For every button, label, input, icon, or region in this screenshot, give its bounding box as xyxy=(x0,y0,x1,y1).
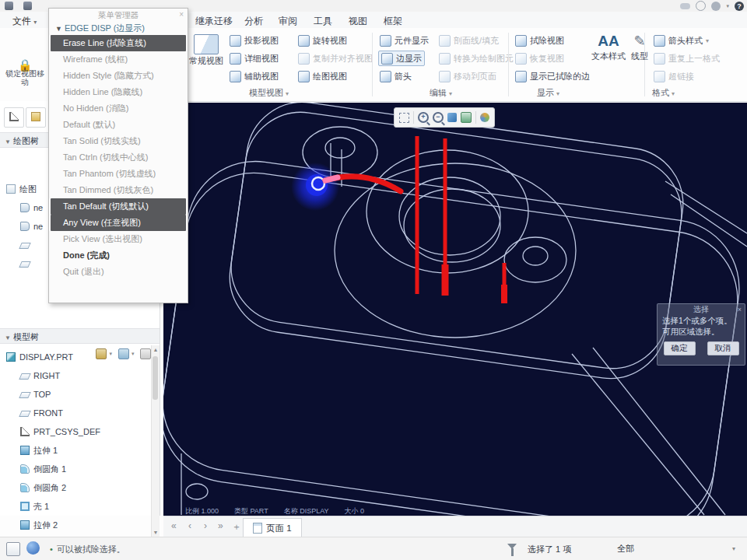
quick-access-new-icon[interactable] xyxy=(5,2,13,10)
model-tree-item-round-1[interactable]: 倒圆角 1 xyxy=(0,460,160,478)
format-group-label[interactable]: 格式 ▾ xyxy=(652,87,675,99)
repaint-icon[interactable] xyxy=(461,112,472,123)
model-tree-item-top[interactable]: TOP xyxy=(0,386,160,403)
revolved-view-button[interactable]: 旋转视图 xyxy=(298,33,347,47)
help-icon[interactable]: ? xyxy=(735,2,744,11)
datum-plane-icon xyxy=(19,411,31,417)
edit-group-label[interactable]: 编辑 ▾ xyxy=(430,87,452,99)
model-views-group-label[interactable]: 模型视图 ▾ xyxy=(249,87,289,99)
model-tree-item-front[interactable]: FRONT xyxy=(0,404,160,422)
arrow-style-button[interactable]: 箭头样式▾ xyxy=(654,33,709,47)
menu-manager-window: 菜单管理器× ▼EDGE DISP (边显示) Erase Line (拭除直线… xyxy=(48,8,188,303)
model-tree-item-round-2[interactable]: 倒圆角 2 xyxy=(0,479,160,496)
zoom-in-icon[interactable]: + xyxy=(418,112,429,123)
datum-plane-icon xyxy=(19,392,31,398)
folder-tab-icon xyxy=(31,112,40,121)
menu-item-hidden-style[interactable]: Hidden Style (隐藏方式) xyxy=(49,68,188,84)
chevron-down-icon: ▾ xyxy=(449,90,452,97)
detailed-view-button[interactable]: 详细视图 xyxy=(230,51,279,65)
chevron-down-icon: ▾ xyxy=(286,90,289,97)
sidebar-tab-folder[interactable] xyxy=(26,107,46,128)
sidebar-tab-tree[interactable] xyxy=(4,107,24,128)
close-icon[interactable]: × xyxy=(738,304,742,315)
tab-view[interactable]: 视图 xyxy=(344,13,372,30)
menu-item-done[interactable]: Done (完成) xyxy=(49,247,188,264)
menu-item-default[interactable]: Default (默认) xyxy=(49,117,188,133)
model-tree-item-shell-1[interactable]: 壳 1 xyxy=(0,498,160,515)
quick-access-save-icon[interactable] xyxy=(23,2,32,10)
menu-item-quit[interactable]: Quit (退出) xyxy=(49,264,188,280)
tab-analysis[interactable]: 分析 xyxy=(240,13,268,30)
menu-item-wireframe[interactable]: Wireframe (线框) xyxy=(49,51,188,68)
refit-icon[interactable] xyxy=(447,113,457,122)
next-page-icon[interactable]: › xyxy=(204,520,207,531)
first-page-icon[interactable]: « xyxy=(171,520,177,531)
model-tree-item-extrude-1[interactable]: 拉伸 1 xyxy=(0,442,160,459)
model-tree-item-csys[interactable]: PRT_CSYS_DEF xyxy=(0,423,160,440)
page-tab-1[interactable]: 页面 1 xyxy=(243,518,302,537)
lock-view-movement-button[interactable]: 🔒 锁定视图移动 xyxy=(3,61,47,86)
projection-view-button[interactable]: 投影视图 xyxy=(230,33,279,47)
tree-tab-icon xyxy=(9,112,19,121)
drawing-view-button[interactable]: 绘图视图 xyxy=(298,69,347,83)
close-icon[interactable]: × xyxy=(179,9,184,21)
tab-review[interactable]: 审阅 xyxy=(274,13,302,30)
auxiliary-view-button[interactable]: 辅助视图 xyxy=(230,69,279,83)
menu-item-tan-dimmed[interactable]: Tan Dimmed (切线灰色) xyxy=(49,182,188,198)
tab-legacy-migration[interactable]: 继承迁移 xyxy=(191,13,237,30)
menu-item-no-hidden[interactable]: No Hidden (消隐) xyxy=(49,100,188,117)
regenerate-icon[interactable] xyxy=(26,541,40,555)
file-menu-button[interactable]: 文件 ▾ xyxy=(6,13,43,30)
scrollbar-thumb[interactable] xyxy=(153,356,158,400)
tab-framework[interactable]: 框架 xyxy=(379,13,407,30)
menu-item-tan-phantom[interactable]: Tan Phantom (切线虚线) xyxy=(49,166,188,182)
text-style-button[interactable]: AA 文本样式 xyxy=(591,33,626,61)
menu-item-pick-view[interactable]: Pick View (选出视图) xyxy=(49,231,188,247)
zoom-box-icon[interactable] xyxy=(399,113,409,123)
general-view-button[interactable]: 常规视图 xyxy=(189,34,223,65)
drawing-canvas[interactable]: + − 选择× 选择1个或多个项。 可用区域选择。 确定 取消 比例 1.000… xyxy=(163,103,747,516)
show-erased-edges-button[interactable]: 显示已拭除的边 xyxy=(515,69,590,83)
menu-item-tan-default[interactable]: Tan Default (切线默认) xyxy=(51,198,186,215)
titlebar-caret-icon[interactable]: ▾ xyxy=(726,3,729,9)
edge-display-button[interactable]: 边显示 xyxy=(378,51,425,66)
model-tree-item-display-prt[interactable]: DISPLAY.PRT xyxy=(0,348,160,366)
ok-button[interactable]: 确定 xyxy=(664,341,696,355)
show-erased-edges-icon xyxy=(515,71,527,82)
cancel-button[interactable]: 取消 xyxy=(707,341,739,355)
zoom-out-icon[interactable]: − xyxy=(433,112,444,123)
menu-item-hidden-line[interactable]: Hidden Line (隐藏线) xyxy=(49,84,188,100)
connect-icon[interactable] xyxy=(680,3,690,9)
model-tree-item-right[interactable]: RIGHT xyxy=(0,367,160,384)
menu-item-tan-ctrln[interactable]: Tan Ctrln (切线中心线) xyxy=(49,149,188,166)
last-page-icon[interactable]: » xyxy=(218,520,223,531)
copy-align-view-icon xyxy=(298,53,310,65)
display-group-label[interactable]: 显示 ▾ xyxy=(537,87,559,99)
user-account-icon[interactable] xyxy=(696,1,706,11)
scroll-up-icon[interactable]: ▲ xyxy=(152,347,160,352)
hatch-fill-icon xyxy=(439,35,451,47)
display-style-icon[interactable] xyxy=(480,113,489,122)
model-tree-scrollbar[interactable]: ▲ ▼ xyxy=(151,345,160,537)
menu-item-tan-solid[interactable]: Tan Solid (切线实线) xyxy=(49,133,188,149)
view-icon xyxy=(20,222,30,231)
menu-item-erase-line[interactable]: Erase Line (拭除直线) xyxy=(51,35,186,51)
model-tree-header[interactable]: ▼ 模型树 ▾ ▾ ▾ xyxy=(0,328,160,344)
resource-center-icon[interactable] xyxy=(711,2,721,11)
component-display-button[interactable]: 元件显示 xyxy=(380,33,429,47)
prev-page-icon[interactable]: ‹ xyxy=(188,520,191,531)
scroll-down-icon[interactable]: ▼ xyxy=(152,530,160,535)
status-message: •可以被拭除选择。 xyxy=(50,544,125,555)
model-tree-item-extrude-2[interactable]: 拉伸 2 xyxy=(0,516,160,534)
filter-icon[interactable] xyxy=(507,544,517,549)
tab-tools[interactable]: 工具 xyxy=(309,13,337,30)
arrows-button[interactable]: 箭头 xyxy=(380,69,412,83)
edge-disp-header[interactable]: ▼EDGE DISP (边显示) xyxy=(49,21,188,35)
chevron-down-icon: ▾ xyxy=(732,541,735,556)
add-page-icon[interactable]: ＋ xyxy=(232,520,241,534)
selection-filter-dropdown[interactable]: 全部▾ xyxy=(611,541,740,556)
erase-view-button[interactable]: 拭除视图 xyxy=(515,33,564,47)
fullscreen-toggle-icon[interactable] xyxy=(6,542,20,556)
menu-item-any-view[interactable]: Any View (任意视图) xyxy=(51,215,186,231)
line-style-button[interactable]: ✎ 线型 xyxy=(622,33,657,61)
